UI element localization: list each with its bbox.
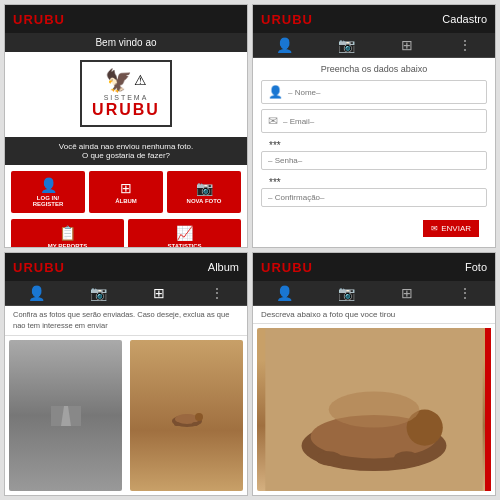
foto-animal-svg [257, 328, 491, 491]
senha-field [261, 151, 487, 170]
album-label: ÁLBUM [115, 198, 137, 204]
action-buttons-row1: 👤 LOG IN/REGISTER ⊞ ÁLBUM 📷 NOVA FOTO [5, 165, 247, 219]
welcome-screen: URUBU Bem vindo ao 🦅 ⚠ SISTEMA URUBU Voc… [4, 4, 248, 248]
cadastro-form: Preencha os dados abaixo 👤 ✉ *** *** ✉ E… [253, 58, 495, 247]
nav-user-icon[interactable]: 👤 [276, 37, 293, 53]
svg-point-6 [192, 422, 198, 426]
foto-header: URUBU Foto [253, 253, 495, 281]
login-icon: 👤 [40, 177, 57, 193]
album-info-text: Confira as fotos que serão enviadas. Cas… [5, 306, 247, 336]
album-images [5, 336, 247, 495]
album-image-1[interactable] [9, 340, 122, 491]
svg-point-12 [394, 451, 419, 465]
password-stars: *** [261, 138, 487, 151]
urubu-logo-box: 🦅 ⚠ SISTEMA URUBU [80, 60, 172, 127]
confirmacao-field [261, 188, 487, 207]
foto-title: Foto [465, 261, 487, 273]
bird-sign: 🦅 ⚠ [105, 68, 147, 94]
camera-icon: 📷 [196, 180, 213, 196]
svg-point-13 [329, 391, 420, 427]
nav-more-icon[interactable]: ⋮ [458, 37, 472, 53]
info-text: Você ainda nao enviou nenhuma foto.O que… [59, 142, 193, 160]
nova-foto-button[interactable]: 📷 NOVA FOTO [167, 171, 241, 213]
email-field: ✉ [261, 109, 487, 133]
foto-nav: 👤 📷 ⊞ ⋮ [253, 281, 495, 306]
foto-red-bar [485, 328, 491, 491]
album-nav: 👤 📷 ⊞ ⋮ [5, 281, 247, 306]
nova-foto-label: NOVA FOTO [187, 198, 222, 204]
info-box: Você ainda nao enviou nenhuma foto.O que… [5, 137, 247, 165]
foto-image-area [257, 328, 491, 491]
cadastro-logo: URUBU [261, 12, 313, 27]
album-title: Album [208, 261, 239, 273]
welcome-logo: URUBU [13, 12, 65, 27]
enviar-icon: ✉ [431, 224, 438, 233]
album-logo: URUBU [13, 260, 65, 275]
logo-area: 🦅 ⚠ SISTEMA URUBU [5, 52, 247, 137]
road-svg [51, 406, 81, 426]
album-icon: ⊞ [120, 180, 132, 196]
user-field-icon: 👤 [268, 85, 283, 99]
email-input[interactable] [283, 117, 480, 126]
nav-grid-icon[interactable]: ⊞ [401, 37, 413, 53]
welcome-header: URUBU [5, 5, 247, 33]
statistics-button[interactable]: 📈 STATISTICS [128, 219, 241, 248]
cadastro-nav: 👤 📷 ⊞ ⋮ [253, 33, 495, 58]
confirmacao-input[interactable] [268, 193, 480, 202]
foto-subtitle: Descreva abaixo a foto que voce tirou [253, 306, 495, 324]
senha-input[interactable] [268, 156, 480, 165]
warning-sign-icon: ⚠ [134, 72, 147, 88]
foto-nav-grid-icon[interactable]: ⊞ [401, 285, 413, 301]
album-screen: URUBU Album 👤 📷 ⊞ ⋮ Confira as fotos que… [4, 252, 248, 496]
nome-field: 👤 [261, 80, 487, 104]
action-buttons-row2: 📋 MY REPORTS 📈 STATISTICS [5, 219, 247, 248]
login-label: LOG IN/REGISTER [33, 195, 64, 207]
nome-input[interactable] [288, 88, 480, 97]
foto-nav-more-icon[interactable]: ⋮ [458, 285, 472, 301]
album-nav-user-icon[interactable]: 👤 [28, 285, 45, 301]
album-nav-camera-icon[interactable]: 📷 [90, 285, 107, 301]
enviar-label: ENVIAR [441, 224, 471, 233]
album-header: URUBU Album [5, 253, 247, 281]
cadastro-screen: URUBU Cadastro 👤 📷 ⊞ ⋮ Preencha os dados… [252, 4, 496, 248]
svg-point-5 [174, 422, 180, 426]
foto-logo: URUBU [261, 260, 313, 275]
welcome-banner: Bem vindo ao [5, 33, 247, 52]
foto-nav-user-icon[interactable]: 👤 [276, 285, 293, 301]
login-register-button[interactable]: 👤 LOG IN/REGISTER [11, 171, 85, 213]
cadastro-title: Cadastro [442, 13, 487, 25]
confirm-stars: *** [261, 175, 487, 188]
svg-point-4 [195, 413, 203, 421]
album-nav-more-icon[interactable]: ⋮ [210, 285, 224, 301]
logo-main-text: URUBU [92, 101, 160, 119]
foto-nav-camera-icon[interactable]: 📷 [338, 285, 355, 301]
my-reports-button[interactable]: 📋 MY REPORTS [11, 219, 124, 248]
statistics-icon: 📈 [176, 225, 193, 241]
reports-icon: 📋 [59, 225, 76, 241]
foto-screen: URUBU Foto 👤 📷 ⊞ ⋮ Descreva abaixo a fot… [252, 252, 496, 496]
statistics-label: STATISTICS [167, 243, 201, 248]
enviar-button[interactable]: ✉ ENVIAR [423, 220, 479, 237]
svg-point-11 [316, 451, 341, 465]
send-row: ✉ ENVIAR [261, 216, 487, 241]
album-nav-grid-icon[interactable]: ⊞ [153, 285, 165, 301]
nav-camera-icon[interactable]: 📷 [338, 37, 355, 53]
foto-image [257, 328, 491, 491]
bird-icon: 🦅 [105, 68, 132, 94]
logo-sistema-text: SISTEMA [104, 94, 149, 101]
form-subtitle: Preencha os dados abaixo [261, 64, 487, 74]
album-button[interactable]: ⊞ ÁLBUM [89, 171, 163, 213]
cadastro-header: URUBU Cadastro [253, 5, 495, 33]
my-reports-label: MY REPORTS [48, 243, 88, 248]
email-field-icon: ✉ [268, 114, 278, 128]
animal-svg [167, 403, 207, 428]
album-image-2[interactable] [130, 340, 243, 491]
